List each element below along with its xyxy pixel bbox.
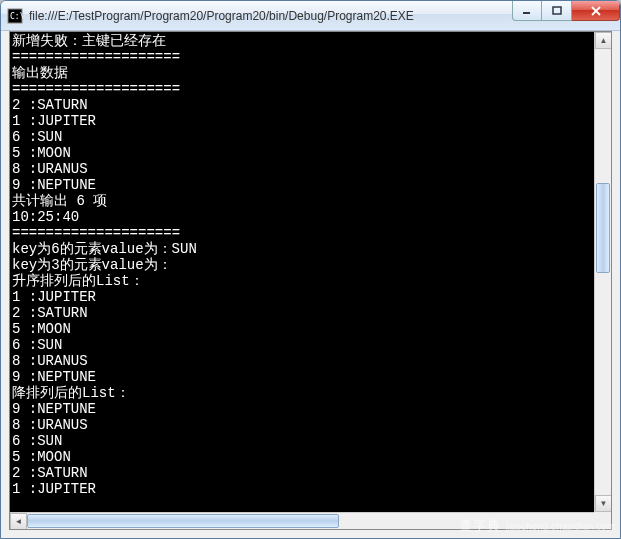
svg-rect-3 bbox=[553, 7, 561, 14]
console-line: 9 :NEPTUNE bbox=[12, 177, 592, 193]
console-output: 新增失败：主键已经存在====================输出数据=====… bbox=[10, 32, 594, 512]
scroll-h-track[interactable] bbox=[27, 513, 594, 529]
console-line: 8 :URANUS bbox=[12, 161, 592, 177]
vertical-scrollbar[interactable]: ▲ ▼ bbox=[594, 32, 611, 512]
console-line: 8 :URANUS bbox=[12, 353, 592, 369]
console-line: 9 :NEPTUNE bbox=[12, 401, 592, 417]
scroll-up-button[interactable]: ▲ bbox=[595, 32, 612, 49]
console-line: ==================== bbox=[12, 81, 592, 97]
svg-text:C:\: C:\ bbox=[10, 12, 23, 21]
maximize-button[interactable] bbox=[542, 1, 572, 21]
console-line: key为6的元素value为：SUN bbox=[12, 241, 592, 257]
console-line: 新增失败：主键已经存在 bbox=[12, 33, 592, 49]
console-line: 1 :JUPITER bbox=[12, 481, 592, 497]
titlebar[interactable]: C:\ file:///E:/TestProgram/Program20/Pro… bbox=[1, 1, 620, 31]
console-line: 6 :SUN bbox=[12, 129, 592, 145]
scroll-left-button[interactable]: ◄ bbox=[10, 513, 27, 530]
console-line: 2 :SATURN bbox=[12, 97, 592, 113]
console-line: 升序排列后的List： bbox=[12, 273, 592, 289]
console-line: 8 :URANUS bbox=[12, 417, 592, 433]
console-line: 共计输出 6 项 bbox=[12, 193, 592, 209]
console-line: key为3的元素value为： bbox=[12, 257, 592, 273]
console-line: 9 :NEPTUNE bbox=[12, 369, 592, 385]
console-area: 新增失败：主键已经存在====================输出数据=====… bbox=[9, 31, 612, 530]
console-line: 5 :MOON bbox=[12, 321, 592, 337]
scroll-v-track[interactable] bbox=[595, 49, 611, 495]
console-line: 5 :MOON bbox=[12, 449, 592, 465]
scroll-down-button[interactable]: ▼ bbox=[595, 495, 612, 512]
app-window: C:\ file:///E:/TestProgram/Program20/Pro… bbox=[0, 0, 621, 539]
minimize-button[interactable] bbox=[512, 1, 542, 21]
console-line: 5 :MOON bbox=[12, 145, 592, 161]
console-line: 2 :SATURN bbox=[12, 465, 592, 481]
horizontal-scrollbar[interactable]: ◄ ► bbox=[10, 512, 611, 529]
scroll-h-thumb[interactable] bbox=[27, 514, 339, 528]
console-line: 降排列后的List： bbox=[12, 385, 592, 401]
console-line: ==================== bbox=[12, 49, 592, 65]
close-button[interactable] bbox=[572, 1, 620, 21]
console-line: 输出数据 bbox=[12, 65, 592, 81]
console-line: 2 :SATURN bbox=[12, 305, 592, 321]
window-controls bbox=[512, 1, 620, 21]
console-line: ==================== bbox=[12, 225, 592, 241]
console-line: 6 :SUN bbox=[12, 433, 592, 449]
scroll-v-thumb[interactable] bbox=[596, 183, 610, 273]
app-icon: C:\ bbox=[7, 8, 23, 24]
scroll-corner bbox=[594, 512, 611, 529]
console-line: 10:25:40 bbox=[12, 209, 592, 225]
console-line: 6 :SUN bbox=[12, 337, 592, 353]
console-line: 1 :JUPITER bbox=[12, 289, 592, 305]
console-line: 1 :JUPITER bbox=[12, 113, 592, 129]
